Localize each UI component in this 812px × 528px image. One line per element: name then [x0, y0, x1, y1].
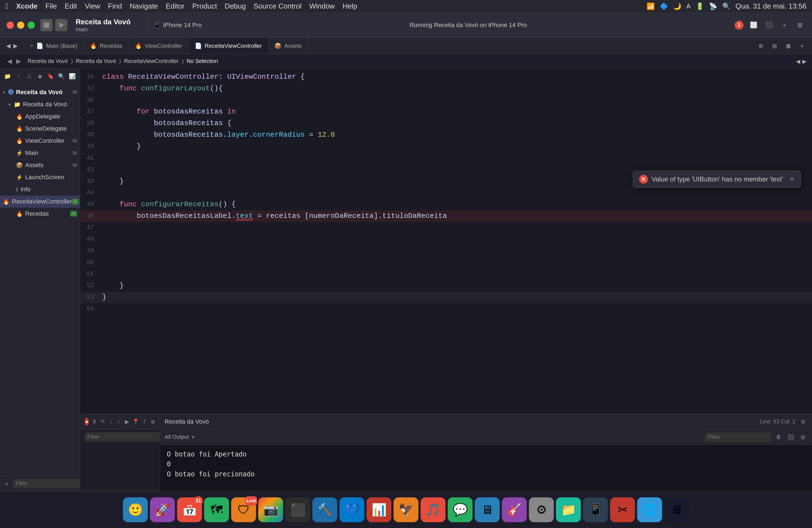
dock-browser[interactable]: 🌐 — [637, 497, 662, 522]
bottom-left-filter[interactable] — [85, 432, 160, 442]
sidebar-item-viewcontroller[interactable]: 🔥 ViewController M — [0, 135, 80, 147]
location-btn[interactable]: 📍 — [132, 417, 139, 426]
menu-debug[interactable]: Debug — [225, 2, 246, 11]
menu-edit[interactable]: Edit — [64, 2, 77, 11]
editor-right-arrow2[interactable]: ▶ — [802, 58, 807, 64]
step-into-btn[interactable]: ↓ — [108, 417, 113, 426]
dock-vscode[interactable]: 💙 — [339, 497, 364, 522]
breakpoints-icon-btn[interactable]: ◆ — [35, 71, 45, 81]
bookmark-icon-btn[interactable]: 🔖 — [46, 71, 56, 81]
menu-product[interactable]: Product — [192, 2, 217, 11]
add-button[interactable]: ＋ — [779, 19, 790, 31]
sidebar-item-assets[interactable]: 📦 Assets M — [0, 159, 80, 171]
line-content-37[interactable]: for botosdasReceitas in — [99, 106, 812, 118]
tab-receitas[interactable]: 🔥 Receitas — [84, 38, 129, 54]
back-arrow[interactable]: ◀ — [5, 58, 14, 65]
stop-debug-btn[interactable]: ■ — [85, 418, 89, 426]
tab-main-base-file[interactable]: ✕ 📄 Main (Base) — [24, 38, 84, 54]
sidebar-item-project[interactable]: ▾ 🅐 Receita da Vovó M — [0, 86, 80, 98]
line-content-52[interactable]: } — [99, 280, 812, 292]
dock-malwarebytes[interactable]: 🛡 6,645 — [231, 497, 256, 522]
env-btn[interactable]: ⊕ — [150, 417, 156, 426]
menu-xcode[interactable]: Xcode — [16, 2, 38, 11]
menu-find[interactable]: Find — [108, 2, 122, 11]
dock-xcode[interactable]: 🔨 — [313, 497, 337, 522]
sidebar-item-scenedelegate[interactable]: 🔥 SceneDelegate — [0, 122, 80, 135]
bc-file[interactable]: ReceitaViewController — [124, 58, 179, 64]
line-content-39[interactable]: botosdasReceitas.layer.cornerRadius = 12… — [99, 129, 812, 141]
apple-menu[interactable]:  — [5, 2, 8, 11]
nav-arrow-right[interactable]: ▶ — [13, 43, 18, 49]
clear-console-btn[interactable]: 🗑 — [774, 432, 783, 442]
dock-mission-control[interactable]: 🖥 — [664, 497, 689, 522]
dock-photos[interactable]: 📷 — [258, 497, 283, 522]
menu-help[interactable]: Help — [343, 2, 357, 11]
dock-maps[interactable]: 🗺 — [204, 497, 229, 522]
dock-preview[interactable]: 🖥 — [475, 497, 499, 522]
dock-instruments[interactable]: 🎸 — [502, 497, 527, 522]
sidebar-item-receitas[interactable]: 🔥 Receitas A — [0, 208, 80, 220]
inspector-toggle[interactable]: ⬛ — [764, 19, 774, 31]
dock-simulator[interactable]: 📱 — [583, 497, 608, 522]
sidebar-item-receitavc[interactable]: 🔥 ReceitaViewController A — [0, 195, 80, 208]
continue-btn[interactable]: ▶ — [124, 417, 130, 426]
menu-navigate[interactable]: Navigate — [130, 2, 158, 11]
bc-project[interactable]: Receita da Vovó — [28, 58, 68, 64]
minimize-button[interactable] — [17, 21, 24, 29]
folder-icon-btn[interactable]: 📁 — [3, 71, 12, 81]
line-content-10[interactable]: class ReceitaViewController: UIViewContr… — [99, 71, 812, 83]
expand-console-btn[interactable]: ⊞ — [798, 432, 808, 442]
dock-finder[interactable]: 🙂 — [123, 497, 148, 522]
error-badge[interactable]: 1 — [735, 21, 743, 30]
dock-music[interactable]: 🎵 — [421, 497, 446, 522]
sidebar-add-button[interactable]: ＋ — [3, 479, 10, 488]
editor-right-arrow[interactable]: ◀ — [796, 58, 800, 64]
line-content-33[interactable]: func configurarLayout(){ — [99, 83, 812, 94]
stop-button[interactable] — [40, 19, 53, 31]
step-over-btn[interactable]: ↷ — [100, 417, 105, 426]
sidebar-item-info[interactable]: ℹ Info — [0, 184, 80, 195]
warning-icon-btn[interactable]: ⚠ — [24, 71, 34, 81]
dock-terminal[interactable]: ⬛ — [285, 497, 310, 522]
report-icon-btn[interactable]: 📊 — [68, 71, 77, 81]
bottom-right-icon[interactable]: ⊞ — [798, 417, 808, 426]
device-selector[interactable]: 📱 iPhone 14 Pro — [153, 21, 202, 29]
split-console-btn[interactable]: ⬛ — [786, 432, 795, 442]
find-icon-btn[interactable]: 🔍 — [57, 71, 66, 81]
sidebar-toggle[interactable]: ⬜ — [748, 19, 759, 31]
console-filter-input[interactable] — [705, 432, 771, 442]
sidebar-item-launchscreen[interactable]: ⚡ LaunchScreen — [0, 171, 80, 184]
line-content-45[interactable]: func configurarReceitas() { — [99, 199, 812, 210]
menu-view[interactable]: View — [85, 2, 100, 11]
dock-launchpad[interactable]: 🚀 — [150, 497, 175, 522]
sidebar-item-appdelegate[interactable]: 🔥 AppDelegate — [0, 111, 80, 122]
tab-receitaviewcontroller[interactable]: 📄 ReceitaViewController — [189, 38, 268, 54]
close-button[interactable] — [6, 21, 14, 29]
menu-editor[interactable]: Editor — [166, 2, 185, 11]
code-editor[interactable]: 10 class ReceitaViewController: UIViewCo… — [80, 69, 812, 414]
share-btn[interactable]: ⤴ — [142, 417, 147, 426]
layout-btn2[interactable]: ▦ — [783, 40, 794, 52]
bc-folder[interactable]: Receita da Vovó — [76, 58, 116, 64]
dock-calendar[interactable]: 📅 31 — [177, 497, 202, 522]
maximize-button[interactable] — [28, 21, 35, 29]
all-output-selector[interactable]: All Output — [164, 434, 189, 440]
pause-btn[interactable]: ⏸ — [92, 417, 97, 426]
vcs-icon-btn[interactable]: ↕ — [14, 71, 23, 81]
dock-whatsapp[interactable]: 💬 — [448, 497, 473, 522]
sidebar-item-main[interactable]: ⚡ Main M — [0, 147, 80, 159]
line-content-38[interactable]: botosdasReceitas { — [99, 118, 812, 129]
zoom-button[interactable]: ⊞ — [794, 19, 806, 31]
search-icon[interactable]: 🔍 — [722, 2, 730, 10]
line-content-40[interactable]: } — [99, 141, 812, 152]
menu-file[interactable]: File — [45, 2, 57, 11]
line-content-46[interactable]: botoesDasReceitasLabel.text = receitas [… — [99, 210, 812, 222]
run-button[interactable] — [55, 19, 68, 31]
nav-arrow-left[interactable]: ◀ — [6, 43, 11, 49]
dock-filesharing[interactable]: 📁 — [556, 497, 581, 522]
dock-swift[interactable]: 🦅 — [394, 497, 418, 522]
tab-viewcontroller[interactable]: 🔥 ViewController — [129, 38, 189, 54]
tab-assets[interactable]: 📦 Assets — [268, 38, 308, 54]
layout-btn1[interactable]: ▤ — [769, 40, 780, 52]
split-editor-btn[interactable]: ⊞ — [755, 40, 766, 52]
